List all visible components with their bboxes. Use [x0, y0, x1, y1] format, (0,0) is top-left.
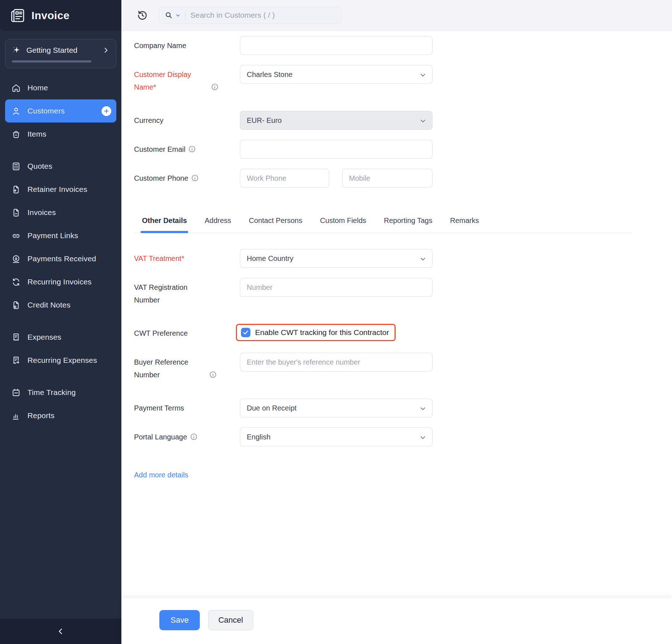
tab-other-details[interactable]: Other Details [142, 216, 187, 233]
company-name-label: Company Name [134, 36, 240, 55]
sidebar-item-payment-links[interactable]: Payment Links [5, 224, 116, 247]
items-icon [11, 129, 21, 139]
mobile-phone-input[interactable] [342, 169, 432, 188]
topbar [121, 0, 672, 31]
sidebar-item-label: Invoices [27, 208, 56, 217]
sidebar-item-label: Items [27, 130, 46, 138]
tab-custom-fields[interactable]: Custom Fields [320, 216, 366, 233]
info-icon[interactable] [190, 433, 198, 441]
tab-remarks[interactable]: Remarks [450, 216, 479, 233]
tab-contact-persons[interactable]: Contact Persons [249, 216, 302, 233]
retainer-invoices-icon [11, 184, 21, 194]
currency-label: Currency [134, 111, 240, 130]
quotes-icon [11, 161, 21, 171]
sidebar-item-payments-received[interactable]: Payments Received [5, 247, 116, 270]
customer-display-name-label: Customer Display Name* [134, 65, 240, 94]
getting-started-progress-bar [12, 60, 91, 63]
currency-row: Currency EUR- Euro [134, 111, 672, 130]
info-icon[interactable] [209, 371, 217, 378]
add-more-details-link[interactable]: Add more details [134, 471, 188, 479]
customer-phone-label: Customer Phone [134, 169, 240, 188]
portal-language-row: Portal Language English [134, 428, 672, 446]
tab-reporting-tags[interactable]: Reporting Tags [384, 216, 432, 233]
customers-icon [11, 106, 21, 116]
display-name-row: Customer Display Name* Charles Stone [134, 65, 672, 94]
chevron-down-icon [175, 13, 181, 18]
payment-terms-select[interactable]: Due on Receipt [240, 399, 432, 417]
buyer-reference-label: Buyer Reference Number [134, 353, 240, 381]
sidebar-item-label: Home [27, 83, 48, 92]
search-category-dropdown[interactable] [164, 11, 181, 20]
work-phone-input[interactable] [240, 169, 329, 188]
recurring-invoices-icon [11, 277, 21, 287]
cwt-preference-label: CWT Preference [134, 324, 240, 343]
sidebar-item-home[interactable]: Home [5, 76, 116, 99]
form-action-footer: Save Cancel [121, 598, 672, 644]
vat-treatment-label: VAT Treatment* [134, 249, 240, 268]
add-customer-button[interactable] [102, 106, 111, 116]
app-title: Invoice [31, 9, 69, 22]
sidebar-item-label: Customers [27, 107, 65, 115]
sidebar-item-label: Payments Received [27, 254, 96, 263]
cancel-button[interactable]: Cancel [208, 610, 253, 630]
check-icon [242, 329, 249, 336]
customer-display-name-select[interactable]: Charles Stone [240, 65, 432, 84]
sidebar-item-label: Time Tracking [27, 388, 76, 397]
sidebar-item-quotes[interactable]: Quotes [5, 155, 116, 178]
recurring-expenses-icon [11, 355, 21, 365]
payment-links-icon [11, 231, 21, 241]
currency-select: EUR- Euro [240, 111, 432, 130]
sidebar-item-time-tracking[interactable]: Time Tracking [5, 381, 116, 404]
sidebar-item-recurring-invoices[interactable]: Recurring Invoices [5, 270, 116, 293]
buyer-reference-input[interactable] [240, 353, 432, 372]
sidebar-item-items[interactable]: Items [5, 123, 116, 146]
chevron-left-icon [56, 627, 65, 636]
info-icon[interactable] [188, 145, 196, 153]
customer-email-input[interactable] [240, 140, 432, 159]
sidebar-item-invoices[interactable]: Invoices [5, 201, 116, 224]
getting-started-card[interactable]: Getting Started [5, 39, 116, 68]
info-icon[interactable] [191, 174, 199, 182]
app-logo-bar: Invoice [0, 0, 121, 31]
save-button[interactable]: Save [159, 610, 200, 630]
reports-icon [11, 411, 21, 421]
sidebar-item-label: Reports [27, 411, 55, 420]
sidebar-item-retainer-invoices[interactable]: Retainer Invoices [5, 178, 116, 201]
sidebar-item-expenses[interactable]: Expenses [5, 326, 116, 349]
search-icon [164, 11, 173, 20]
recent-history-icon[interactable] [136, 9, 148, 21]
cwt-checkbox[interactable] [241, 328, 250, 337]
buyer-reference-row: Buyer Reference Number [134, 353, 672, 381]
info-icon[interactable] [211, 83, 219, 91]
sidebar-item-credit-notes[interactable]: Credit Notes [5, 293, 116, 317]
form-scroll-area[interactable]: Company Name Customer Display Name* Char… [121, 31, 672, 598]
sidebar-item-label: Credit Notes [27, 301, 70, 309]
sidebar-item-recurring-expenses[interactable]: Recurring Expenses [5, 349, 116, 372]
sidebar-item-label: Payment Links [27, 231, 78, 240]
sidebar: Invoice Getting Started Home [0, 0, 121, 644]
portal-language-select[interactable]: English [240, 428, 432, 446]
detail-tabs: Other Details Address Contact Persons Cu… [134, 216, 633, 233]
sidebar-item-reports[interactable]: Reports [5, 404, 116, 427]
company-name-input[interactable] [240, 36, 432, 55]
getting-started-label: Getting Started [26, 46, 97, 55]
sidebar-item-label: Expenses [27, 333, 61, 342]
vat-treatment-select[interactable]: Home Country [240, 249, 432, 268]
vat-registration-label: VAT Registration Number [134, 278, 240, 306]
cwt-highlight-box: Enable CWT tracking for this Contractor [236, 324, 396, 341]
sidebar-item-label: Retainer Invoices [27, 185, 87, 194]
cwt-checkbox-label[interactable]: Enable CWT tracking for this Contractor [255, 328, 389, 337]
sidebar-item-customers[interactable]: Customers [5, 99, 116, 123]
search-bar[interactable] [159, 7, 341, 24]
search-divider [185, 10, 185, 20]
chevron-down-icon [419, 71, 427, 79]
tab-address[interactable]: Address [204, 216, 231, 233]
vat-registration-row: VAT Registration Number [134, 278, 672, 306]
sidebar-item-label: Recurring Invoices [27, 278, 92, 286]
search-input[interactable] [190, 11, 336, 20]
vat-registration-input[interactable] [240, 278, 432, 297]
sidebar-collapse-button[interactable] [0, 619, 121, 644]
time-tracking-icon [11, 387, 21, 398]
payment-terms-label: Payment Terms [134, 399, 240, 417]
main-area: Company Name Customer Display Name* Char… [121, 0, 672, 644]
